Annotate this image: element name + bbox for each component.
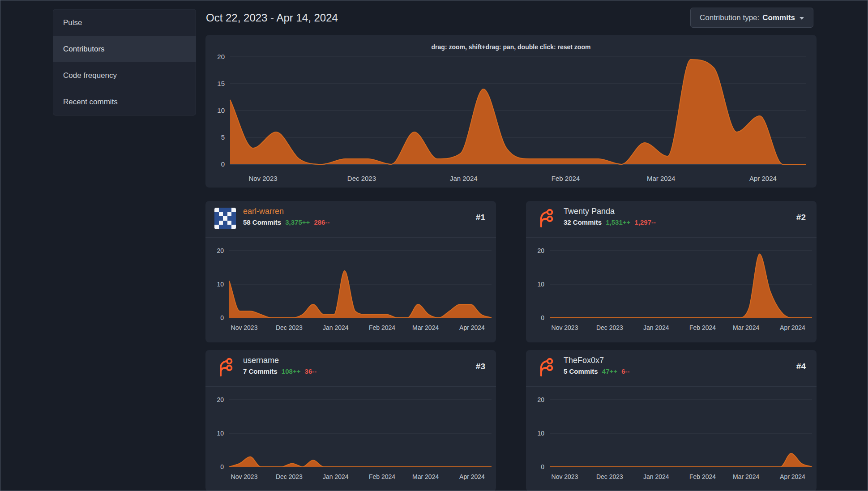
forgejo-logo-icon — [214, 357, 236, 378]
svg-text:Nov 2023: Nov 2023 — [231, 324, 258, 331]
svg-text:Dec 2023: Dec 2023 — [347, 175, 376, 182]
total-contributions-panel: drag: zoom, shift+drag: pan, double clic… — [205, 35, 817, 188]
svg-text:0: 0 — [541, 463, 544, 470]
svg-text:20: 20 — [217, 396, 224, 403]
svg-text:Feb 2024: Feb 2024 — [369, 473, 395, 480]
sidebar-item-contributors[interactable]: Contributors — [53, 36, 196, 62]
svg-text:10: 10 — [217, 430, 224, 437]
contributor-card: earl-warren 58 Commits 3,375++ 286-- #1 … — [205, 201, 496, 342]
svg-text:Mar 2024: Mar 2024 — [412, 473, 439, 480]
svg-text:Mar 2024: Mar 2024 — [733, 473, 759, 480]
svg-text:Feb 2024: Feb 2024 — [552, 175, 580, 182]
svg-text:Mar 2024: Mar 2024 — [412, 324, 439, 331]
contributor-avatar[interactable] — [214, 208, 236, 229]
additions-count: 47++ — [602, 367, 617, 375]
forgejo-logo-icon — [535, 208, 556, 229]
commit-count: 58 Commits — [243, 218, 281, 226]
svg-text:20: 20 — [217, 247, 224, 254]
contributor-commit-chart[interactable]: 01020Nov 2023Dec 2023Jan 2024Feb 2024Mar… — [205, 237, 496, 342]
contributor-card-header: Twenty Panda 32 Commits 1,531++ 1,297-- … — [526, 201, 817, 238]
svg-text:20: 20 — [537, 247, 544, 254]
svg-text:0: 0 — [221, 160, 225, 168]
svg-text:Dec 2023: Dec 2023 — [596, 324, 623, 331]
contributor-stats: 32 Commits 1,531++ 1,297-- — [564, 218, 656, 226]
svg-text:Jan 2024: Jan 2024 — [323, 473, 349, 480]
sidebar-item-recent-commits[interactable]: Recent commits — [53, 89, 196, 115]
svg-text:Jan 2024: Jan 2024 — [643, 473, 669, 480]
svg-text:20: 20 — [537, 396, 544, 403]
contribution-type-dropdown[interactable]: Contribution type: Commits — [690, 8, 813, 28]
svg-text:Nov 2023: Nov 2023 — [248, 175, 277, 182]
contributor-name[interactable]: earl-warren — [243, 207, 329, 216]
svg-text:Dec 2023: Dec 2023 — [276, 473, 303, 480]
contributor-commit-chart[interactable]: 01020Nov 2023Dec 2023Jan 2024Feb 2024Mar… — [526, 386, 817, 491]
contribution-type-label: Contribution type: — [700, 13, 759, 22]
contributor-commit-chart[interactable]: 01020Nov 2023Dec 2023Jan 2024Feb 2024Mar… — [526, 237, 817, 342]
svg-text:Jan 2024: Jan 2024 — [643, 324, 669, 331]
svg-text:10: 10 — [537, 281, 544, 288]
contributor-name[interactable]: Twenty Panda — [564, 207, 656, 216]
sidebar-item-pulse[interactable]: Pulse — [53, 9, 196, 36]
svg-text:Apr 2024: Apr 2024 — [780, 324, 805, 331]
contributor-card: username 7 Commits 108++ 36-- #3 01020No… — [205, 350, 496, 491]
additions-count: 108++ — [282, 367, 301, 375]
contributor-card: TheFox0x7 5 Commits 47++ 6-- #4 01020Nov… — [526, 350, 817, 491]
svg-text:Nov 2023: Nov 2023 — [552, 473, 578, 480]
svg-text:Apr 2024: Apr 2024 — [780, 473, 805, 480]
svg-text:5: 5 — [221, 133, 225, 141]
contributor-commit-chart[interactable]: 01020Nov 2023Dec 2023Jan 2024Feb 2024Mar… — [205, 386, 496, 491]
contributor-rank: #4 — [796, 362, 806, 371]
svg-text:Dec 2023: Dec 2023 — [596, 473, 623, 480]
svg-text:Apr 2024: Apr 2024 — [459, 324, 485, 331]
svg-text:10: 10 — [217, 107, 225, 114]
total-contributions-chart[interactable]: 05101520Nov 2023Dec 2023Jan 2024Feb 2024… — [205, 35, 817, 188]
contribution-type-value: Commits — [762, 13, 795, 22]
additions-count: 1,531++ — [606, 218, 630, 226]
svg-text:Apr 2024: Apr 2024 — [749, 175, 777, 182]
contributor-stats: 5 Commits 47++ 6-- — [564, 367, 630, 375]
contributor-name[interactable]: TheFox0x7 — [564, 356, 630, 365]
identicon-avatar-image — [214, 208, 236, 229]
contributor-avatar[interactable] — [214, 357, 236, 378]
contributor-card: Twenty Panda 32 Commits 1,531++ 1,297-- … — [526, 201, 817, 342]
contributor-card-header: earl-warren 58 Commits 3,375++ 286-- #1 — [205, 201, 496, 238]
deletions-count: 286-- — [314, 218, 329, 226]
svg-text:Nov 2023: Nov 2023 — [231, 473, 258, 480]
svg-text:Feb 2024: Feb 2024 — [369, 324, 395, 331]
deletions-count: 6-- — [621, 367, 629, 375]
contributor-card-header: TheFox0x7 5 Commits 47++ 6-- #4 — [526, 350, 817, 387]
sidebar-item-code-frequency[interactable]: Code frequency — [53, 62, 196, 89]
contributor-stats: 7 Commits 108++ 36-- — [243, 367, 316, 375]
contributor-rank: #2 — [796, 213, 806, 222]
svg-text:Feb 2024: Feb 2024 — [689, 473, 716, 480]
contributor-rank: #1 — [476, 213, 485, 222]
svg-text:10: 10 — [217, 281, 224, 288]
svg-text:Nov 2023: Nov 2023 — [552, 324, 578, 331]
contributor-stats: 58 Commits 3,375++ 286-- — [243, 218, 329, 226]
caret-down-icon — [800, 17, 804, 20]
commit-count: 5 Commits — [564, 367, 598, 375]
date-range-title: Oct 22, 2023 - Apr 14, 2024 — [206, 12, 338, 24]
commit-count: 32 Commits — [564, 218, 602, 226]
deletions-count: 1,297-- — [634, 218, 656, 226]
svg-text:0: 0 — [541, 314, 544, 321]
svg-text:Mar 2024: Mar 2024 — [733, 324, 759, 331]
deletions-count: 36-- — [305, 367, 317, 375]
svg-text:0: 0 — [220, 463, 224, 470]
contributor-avatar[interactable] — [535, 357, 556, 378]
contributor-name[interactable]: username — [243, 356, 316, 365]
svg-text:Dec 2023: Dec 2023 — [276, 324, 303, 331]
svg-text:Apr 2024: Apr 2024 — [459, 473, 485, 480]
svg-text:0: 0 — [220, 314, 224, 321]
svg-text:10: 10 — [537, 430, 544, 437]
svg-text:Jan 2024: Jan 2024 — [450, 175, 478, 182]
svg-text:Mar 2024: Mar 2024 — [647, 175, 675, 182]
svg-text:Jan 2024: Jan 2024 — [323, 324, 349, 331]
activity-sidebar: Pulse Contributors Code frequency Recent… — [53, 9, 196, 115]
contributor-avatar[interactable] — [535, 208, 556, 229]
forgejo-logo-icon — [535, 357, 556, 378]
contributor-rank: #3 — [476, 362, 485, 371]
svg-text:Feb 2024: Feb 2024 — [689, 324, 716, 331]
commit-count: 7 Commits — [243, 367, 278, 375]
svg-text:15: 15 — [217, 80, 225, 87]
